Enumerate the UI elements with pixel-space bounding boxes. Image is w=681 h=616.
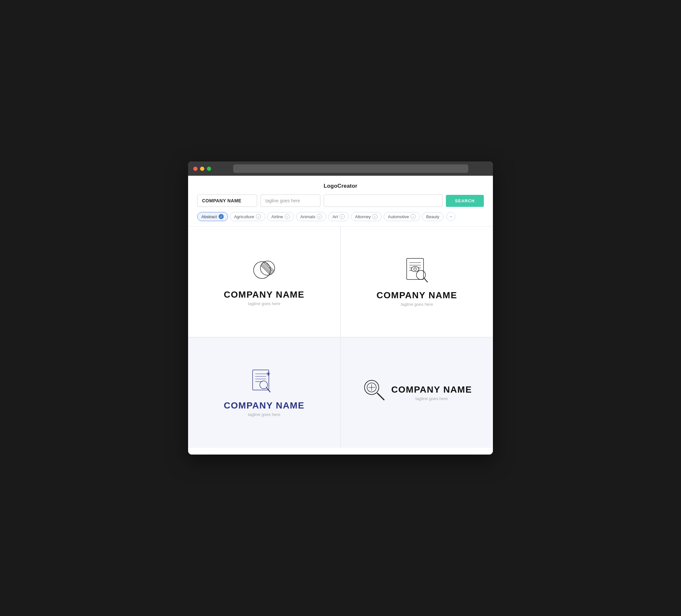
search-button[interactable]: SEARCH [446,195,484,207]
category-label: Automotive [388,214,409,219]
check-icon-airline: ✓ [285,214,290,219]
app-window: LogoCreator SEARCH Abstract ✓ Agricultur… [188,161,493,455]
search-bar: SEARCH [188,195,493,212]
logo-card-3[interactable]: COMPANY NAME tagline goes here [188,337,340,448]
tagline-input[interactable] [260,195,320,207]
titlebar [188,161,493,176]
close-button[interactable] [193,166,198,171]
logo-card-1[interactable]: COMPANY NAME tagline goes here [188,227,340,337]
check-icon-animals: ✓ [317,214,322,219]
app-title: LogoCreator [188,176,493,195]
svg-line-19 [424,278,427,282]
logo-company-name-1: COMPANY NAME [224,289,304,300]
category-tag-airline[interactable]: Airline ✓ [267,212,294,221]
svg-line-35 [377,393,384,400]
minimize-button[interactable] [200,166,204,171]
check-icon-abstract: ✓ [219,214,224,219]
logo-inline-4: COMPANY NAME tagline goes here [362,378,472,408]
category-label: Agriculture [234,214,254,219]
logo-card-2[interactable]: COMPANY NAME tagline goes here [341,227,493,337]
check-icon-agriculture: ✓ [256,214,261,219]
app-content: LogoCreator SEARCH Abstract ✓ Agricultur… [188,176,493,455]
logo-tagline-2: tagline goes here [401,302,433,307]
company-name-input[interactable] [197,195,257,207]
keyword-input[interactable] [324,195,443,207]
logo-tagline-3: tagline goes here [248,412,280,417]
logo-tagline-1: tagline goes here [248,301,280,306]
logo-icon-2 [401,257,433,284]
address-bar[interactable] [233,164,468,173]
svg-line-9 [260,265,275,279]
category-tag-beauty[interactable]: Beauty [422,212,443,221]
category-label: Animals [300,214,315,219]
category-label: Art [332,214,338,219]
logo-text-block-4: COMPANY NAME tagline goes here [392,385,472,401]
logo-tagline-4: tagline goes here [392,396,472,401]
category-label: Attorney [355,214,371,219]
category-label: Airline [272,214,283,219]
logo-icon-1 [250,258,279,284]
check-icon-art: ✓ [339,214,345,219]
category-bar: Abstract ✓ Agriculture ✓ Airline ✓ Anima… [188,212,493,226]
category-tag-automotive[interactable]: Automotive ✓ [384,212,420,221]
category-label: Abstract [201,214,217,219]
check-icon-automotive: ✓ [410,214,416,219]
check-icon-attorney: ✓ [372,214,377,219]
logo-icon-4 [362,378,386,402]
logo-company-name-2: COMPANY NAME [377,290,457,301]
logo-icon-3 [249,369,280,394]
category-tag-animals[interactable]: Animals ✓ [296,212,326,221]
logo-company-name-4: COMPANY NAME [392,385,472,395]
svg-point-16 [411,266,419,272]
category-label: Beauty [426,214,439,219]
categories-next-button[interactable]: → [446,212,455,221]
svg-point-0 [254,262,271,279]
category-tag-art[interactable]: Art ✓ [328,212,349,221]
svg-rect-20 [253,370,269,390]
maximize-button[interactable] [207,166,211,171]
category-tag-agriculture[interactable]: Agriculture ✓ [230,212,265,221]
logo-card-4[interactable]: COMPANY NAME tagline goes here [341,337,493,448]
logo-grid: COMPANY NAME tagline goes here [188,226,493,448]
category-tag-abstract[interactable]: Abstract ✓ [197,212,228,221]
category-tag-attorney[interactable]: Attorney ✓ [351,212,382,221]
logo-company-name-3: COMPANY NAME [224,401,304,411]
